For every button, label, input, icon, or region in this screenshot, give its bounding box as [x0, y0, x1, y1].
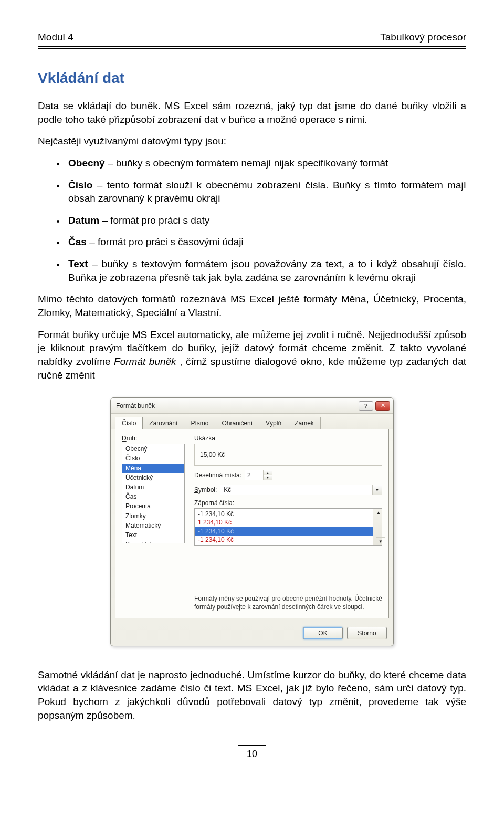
tab-number[interactable]: Číslo	[115, 417, 143, 429]
tab-body: Druh: Obecný Číslo Měna Účetnický Datum …	[115, 429, 389, 618]
cancel-button[interactable]: Storno	[347, 627, 387, 639]
list-item[interactable]: -1 234,10 Kč	[195, 536, 382, 544]
list-item: Text – buňky s textovým formátem jsou po…	[65, 257, 466, 284]
paragraph-intro: Data se vkládají do buněk. MS Excel sám …	[38, 99, 466, 126]
negative-numbers-listbox[interactable]: -1 234,10 Kč 1 234,10 Kč -1 234,10 Kč -1…	[194, 508, 382, 546]
list-item[interactable]: 1 234,10 Kč	[195, 518, 382, 527]
list-item[interactable]: -1 234,10 Kč	[195, 510, 382, 518]
tab-alignment[interactable]: Zarovnání	[142, 417, 184, 429]
sample-label: Ukázka	[194, 435, 382, 442]
list-item[interactable]: Číslo	[122, 454, 184, 463]
type-name: Text	[68, 258, 88, 269]
type-desc: – formát pro práci s daty	[99, 215, 209, 226]
tab-font[interactable]: Písmo	[184, 417, 215, 429]
list-item[interactable]: Text	[122, 530, 184, 540]
list-item-selected[interactable]: -1 234,10 Kč	[195, 527, 382, 536]
tab-fill[interactable]: Výplň	[259, 417, 288, 429]
type-name: Číslo	[68, 180, 92, 191]
header-left: Modul 4	[38, 32, 74, 43]
close-button[interactable]: ✕	[375, 401, 390, 411]
paragraph-types-intro: Nejčastěji využívanými datovými typy jso…	[38, 134, 466, 148]
tab-border[interactable]: Ohraničení	[215, 417, 259, 429]
header-rule	[38, 46, 466, 49]
scroll-down-icon[interactable]: ▼	[376, 537, 385, 545]
type-name: Datum	[68, 215, 99, 226]
negative-numbers-label: Záporná čísla:	[194, 499, 382, 507]
help-button[interactable]: ?	[359, 401, 373, 411]
titlebar-buttons: ? ✕	[359, 401, 390, 411]
decimal-places-row: Desetinná místa: 2 ▲ ▼	[194, 470, 382, 480]
spinner-down-icon[interactable]: ▼	[264, 475, 272, 480]
type-name: Čas	[68, 236, 87, 247]
chevron-down-icon[interactable]: ▼	[372, 485, 382, 495]
list-item[interactable]: Obecný	[122, 444, 184, 454]
format-description: Formáty měny se používají pro obecné pen…	[194, 594, 382, 611]
scroll-up-icon[interactable]: ▲	[376, 509, 379, 517]
decimal-places-label: Desetinná místa:	[194, 471, 242, 479]
document-header: Modul 4 Tabulkový procesor	[38, 32, 466, 46]
symbol-combo[interactable]: Kč ▼	[220, 485, 382, 495]
menu-item-reference: Formát buněk	[114, 356, 176, 367]
paragraph-closing: Samotné vkládání dat je naprosto jednodu…	[38, 668, 466, 722]
titlebar[interactable]: Formát buněk ? ✕	[111, 398, 393, 414]
dialog-footer: OK Storno	[111, 623, 393, 646]
negative-numbers-section: Záporná čísla: -1 234,10 Kč 1 234,10 Kč …	[194, 499, 382, 546]
spinner-up-icon[interactable]: ▲	[264, 470, 272, 475]
list-item[interactable]: Čas	[122, 492, 184, 501]
type-desc: – buňky s obecným formátem nemají nijak …	[105, 158, 388, 169]
paragraph-other-formats: Mimo těchto datových formátů rozeznává M…	[38, 292, 466, 319]
symbol-label: Symbol:	[194, 486, 217, 494]
list-item[interactable]: Speciální	[122, 540, 184, 543]
list-item: Čas – formát pro práci s časovými údaji	[65, 235, 466, 249]
type-desc: – buňky s textovým formátem jsou považov…	[68, 258, 466, 283]
paragraph-format-cell: Formát buňky určuje MS Excel automaticky…	[38, 328, 466, 382]
decimal-places-spinner[interactable]: 2 ▲ ▼	[245, 470, 272, 480]
spinner-buttons: ▲ ▼	[263, 470, 272, 480]
sample-box: 15,00 Kč	[194, 444, 382, 466]
sample-value: 15,00 Kč	[200, 451, 225, 458]
data-types-list: Obecný – buňky s obecným formátem nemají…	[38, 156, 466, 284]
symbol-row: Symbol: Kč ▼	[194, 485, 382, 495]
list-item[interactable]: Matematický	[122, 521, 184, 530]
category-label: Druh:	[122, 435, 185, 442]
ok-button[interactable]: OK	[303, 627, 343, 639]
list-item[interactable]: Účetnický	[122, 473, 184, 482]
dialog-screenshot: Formát buněk ? ✕ Číslo Zarovnání Písmo O…	[38, 397, 466, 646]
spinner-value[interactable]: 2	[245, 470, 263, 480]
page: Modul 4 Tabulkový procesor Vkládání dat …	[0, 0, 504, 779]
category-listbox[interactable]: Obecný Číslo Měna Účetnický Datum Čas Pr…	[122, 444, 185, 543]
list-item: Číslo – tento formát slouží k obecnému z…	[65, 179, 466, 205]
list-item[interactable]: Datum	[122, 482, 184, 492]
list-item-selected[interactable]: Měna	[122, 464, 184, 473]
options-column: Ukázka 15,00 Kč Desetinná místa: 2 ▲ ▼	[194, 435, 382, 611]
list-item: Datum – formát pro práci s daty	[65, 214, 466, 227]
header-right: Tabulkový procesor	[380, 32, 466, 43]
category-column: Druh: Obecný Číslo Měna Účetnický Datum …	[122, 435, 185, 611]
type-desc: – tento formát slouží k obecnému zobraze…	[68, 180, 466, 204]
tabs-row: Číslo Zarovnání Písmo Ohraničení Výplň Z…	[111, 414, 393, 429]
dialog-title: Formát buněk	[116, 402, 155, 410]
scrollbar[interactable]: ▲ ▼	[373, 509, 382, 545]
combo-value: Kč	[220, 485, 372, 495]
section-title: Vkládání dat	[38, 70, 466, 87]
list-item[interactable]: Procenta	[122, 501, 184, 511]
type-name: Obecný	[68, 158, 105, 169]
tab-protection[interactable]: Zámek	[288, 417, 321, 429]
page-number: 10	[238, 745, 266, 760]
format-cells-dialog: Formát buněk ? ✕ Číslo Zarovnání Písmo O…	[110, 397, 394, 646]
list-item[interactable]: Zlomky	[122, 511, 184, 521]
list-item: Obecný – buňky s obecným formátem nemají…	[65, 156, 466, 170]
type-desc: – formát pro práci s časovými údaji	[87, 236, 244, 247]
